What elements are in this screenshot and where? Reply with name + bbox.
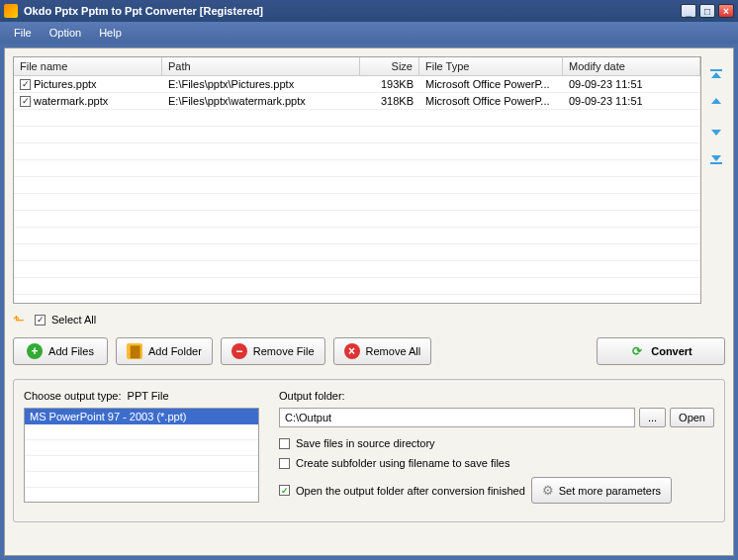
output-folder-label: Output folder: (279, 390, 714, 402)
menu-file[interactable]: File (6, 25, 40, 41)
action-buttons: +Add Files ▇Add Folder −Remove File ×Rem… (13, 337, 725, 365)
move-down-button[interactable] (707, 122, 725, 140)
add-files-button[interactable]: +Add Files (13, 337, 108, 365)
minimize-button[interactable]: _ (681, 4, 696, 18)
close-button[interactable]: × (718, 4, 734, 18)
create-subfolder-checkbox[interactable] (279, 458, 290, 469)
save-source-checkbox[interactable] (279, 438, 290, 449)
col-filename[interactable]: File name (14, 57, 162, 75)
convert-button[interactable]: ⟳Convert (597, 337, 725, 365)
move-up-button[interactable] (707, 94, 725, 112)
minus-icon: − (231, 343, 247, 359)
set-more-parameters-button[interactable]: ⚙Set more parameters (531, 477, 672, 504)
menubar: File Option Help (0, 22, 738, 44)
col-modify[interactable]: Modify date (563, 57, 700, 75)
remove-file-button[interactable]: −Remove File (221, 337, 325, 365)
open-folder-button[interactable]: Open (670, 408, 714, 427)
remove-all-icon: × (344, 343, 360, 359)
add-folder-button[interactable]: ▇Add Folder (116, 337, 213, 365)
filename-cell: watermark.pptx (34, 95, 108, 107)
output-settings: Choose output type: PPT File MS PowerPoi… (13, 379, 725, 522)
open-after-label: Open the output folder after conversion … (296, 485, 525, 497)
main-panel: File name Path Size File Type Modify dat… (4, 47, 734, 556)
move-top-button[interactable] (707, 66, 725, 84)
output-folder-input[interactable] (279, 408, 635, 427)
row-checkbox[interactable]: ✓ (20, 96, 31, 107)
convert-icon: ⟳ (629, 343, 645, 359)
path-cell: E:\Files\pptx\watermark.pptx (162, 93, 360, 109)
file-table[interactable]: File name Path Size File Type Modify dat… (13, 56, 701, 304)
create-subfolder-label: Create subfolder using filename to save … (296, 457, 509, 469)
remove-all-button[interactable]: ×Remove All (333, 337, 432, 365)
table-header: File name Path Size File Type Modify dat… (14, 57, 700, 76)
size-cell: 193KB (360, 76, 419, 92)
table-row[interactable]: ✓Pictures.pptxE:\Files\pptx\Pictures.ppt… (14, 76, 700, 93)
size-cell: 318KB (360, 93, 419, 109)
browse-button[interactable]: ... (639, 408, 666, 427)
reorder-buttons (707, 56, 725, 304)
output-type-label: Choose output type: PPT File (24, 390, 259, 402)
menu-option[interactable]: Option (42, 25, 89, 41)
col-filetype[interactable]: File Type (419, 57, 563, 75)
filename-cell: Pictures.pptx (34, 78, 97, 90)
save-source-label: Save files in source directory (296, 437, 435, 449)
titlebar: Okdo Pptx Pptm to Ppt Converter [Registe… (0, 0, 738, 22)
table-row[interactable]: ✓watermark.pptxE:\Files\pptx\watermark.p… (14, 93, 700, 110)
modify-cell: 09-09-23 11:51 (563, 93, 700, 109)
select-all-checkbox[interactable]: ✓ (35, 315, 46, 326)
filetype-cell: Microsoft Office PowerP... (419, 93, 563, 109)
row-checkbox[interactable]: ✓ (20, 79, 31, 90)
menu-help[interactable]: Help (91, 25, 130, 41)
up-folder-icon[interactable]: ⬑ (13, 312, 25, 327)
app-logo-icon (4, 4, 18, 18)
maximize-button[interactable]: □ (699, 4, 715, 18)
path-cell: E:\Files\pptx\Pictures.pptx (162, 76, 360, 92)
select-all-row: ⬑ ✓ Select All (13, 312, 725, 327)
modify-cell: 09-09-23 11:51 (563, 76, 700, 92)
open-after-checkbox[interactable]: ✓ (279, 485, 290, 496)
filetype-cell: Microsoft Office PowerP... (419, 76, 563, 92)
select-all-label: Select All (51, 314, 96, 326)
output-type-item[interactable]: MS PowerPoint 97 - 2003 (*.ppt) (25, 409, 258, 424)
window-title: Okdo Pptx Pptm to Ppt Converter [Registe… (24, 5, 681, 17)
col-size[interactable]: Size (360, 57, 419, 75)
plus-icon: + (27, 343, 43, 359)
output-type-list[interactable]: MS PowerPoint 97 - 2003 (*.ppt) (24, 408, 259, 503)
folder-icon: ▇ (127, 343, 142, 359)
move-bottom-button[interactable] (707, 149, 725, 167)
col-path[interactable]: Path (162, 57, 360, 75)
gear-icon: ⚙ (542, 483, 554, 498)
